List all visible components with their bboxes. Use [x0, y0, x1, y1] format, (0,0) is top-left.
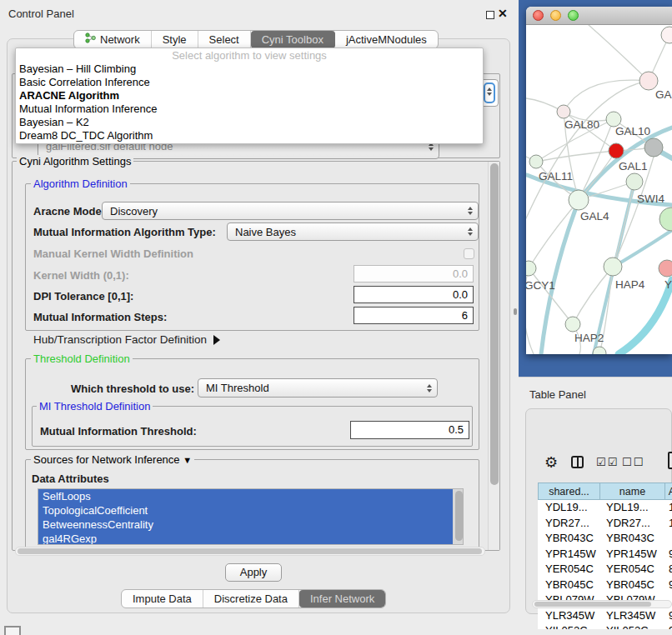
sources-group-title[interactable]: Sources for Network Inference ▼ — [31, 453, 194, 466]
tab-cyni-toolbox[interactable]: Cyni Toolbox — [251, 31, 335, 48]
network-edge[interactable] — [529, 201, 579, 268]
close-icon[interactable]: ✕ — [498, 7, 508, 20]
table-row[interactable]: YPR145WYPR145W9. — [538, 547, 672, 562]
table-cell[interactable]: YIL052C — [599, 623, 664, 629]
table-cell[interactable]: YDR27... — [599, 516, 664, 532]
algorithm-option-mutual-information-inference[interactable]: Mutual Information Inference — [16, 102, 483, 116]
document-icon[interactable] — [668, 452, 672, 469]
table-cell[interactable]: 8. — [664, 562, 672, 578]
table-cell[interactable]: 9 — [664, 623, 672, 629]
tab-infer-network[interactable]: Infer Network — [299, 590, 385, 608]
attributes-scrollbar-track[interactable] — [453, 489, 463, 544]
table-row[interactable]: YBR043CYBR043C — [538, 531, 672, 547]
split-view-icon[interactable] — [571, 456, 584, 468]
network-edge[interactable] — [579, 119, 614, 200]
data-attribute-item[interactable]: gal4RGexp — [38, 532, 463, 545]
table-cell[interactable]: YDL19... — [599, 500, 664, 516]
network-node-gcy1[interactable] — [526, 261, 536, 276]
network-window-titlebar[interactable] — [526, 7, 672, 25]
table-cell[interactable]: YLR345W — [538, 608, 599, 624]
manual-kernel-width-checkbox[interactable] — [464, 248, 474, 259]
kernel-width-input[interactable]: 0.0 — [354, 265, 474, 282]
tab-impute-data[interactable]: Impute Data — [122, 590, 203, 608]
aracne-mode-combo[interactable]: Discovery — [102, 202, 479, 220]
unselect-checkboxes-icon[interactable]: ☐☐ — [622, 456, 644, 468]
column-header-a[interactable]: A — [664, 482, 672, 500]
data-attribute-item[interactable]: TopologicalCoefficient — [38, 503, 463, 518]
table-cell[interactable]: YPR145W — [599, 547, 664, 562]
mi-algorithm-type-combo[interactable]: Naive Bayes — [227, 222, 479, 241]
network-edge[interactable] — [619, 280, 672, 354]
network-node-gal80[interactable] — [557, 105, 570, 118]
docked-panel-icon[interactable] — [4, 626, 21, 635]
algorithm-option-aracne-algorithm[interactable]: ARACNE Algorithm — [16, 89, 483, 102]
algorithm-option-dream8-dc-tdc-algorithm[interactable]: Dream8 DC_TDC Algorithm — [16, 129, 483, 142]
tab-network[interactable]: Network — [74, 31, 152, 48]
network-node[interactable] — [644, 138, 663, 157]
table-cell[interactable]: YDL19... — [538, 500, 599, 516]
algorithm-option-bayesian-hill-climbing[interactable]: Bayesian – Hill Climbing — [16, 62, 483, 76]
network-edge[interactable] — [536, 151, 616, 162]
table-cell[interactable]: YDR27... — [538, 516, 599, 532]
network-node-hap2[interactable] — [565, 317, 580, 332]
apply-button[interactable]: Apply — [225, 563, 282, 582]
table-cell[interactable]: 13 — [664, 500, 672, 516]
select-checkboxes-icon[interactable]: ☑☑ — [596, 456, 619, 468]
tab-discretize-data[interactable]: Discretize Data — [203, 590, 299, 608]
algorithm-option-bayesian-k2[interactable]: Bayesian – K2 — [16, 116, 483, 129]
table-row[interactable]: YBR045CYBR045C9. — [538, 578, 672, 593]
table-cell[interactable]: 9. — [664, 547, 672, 562]
data-attribute-item[interactable]: SelfLoops — [38, 489, 463, 503]
network-node-gal11[interactable] — [529, 155, 543, 168]
network-node-gal7[interactable] — [639, 72, 658, 90]
network-node-gal4[interactable] — [569, 190, 589, 210]
tab-jactivemnodules[interactable]: jActiveMNodules — [335, 31, 438, 48]
settings-hscrollbar-track[interactable] — [15, 547, 485, 556]
float-panel-icon[interactable] — [486, 11, 494, 19]
settings-scrollbar-thumb[interactable] — [490, 163, 499, 485]
data-attribute-item[interactable]: BetweennessCentrality — [38, 518, 463, 532]
dpi-tolerance-input[interactable]: 0.0 — [354, 286, 474, 303]
network-canvas[interactable]: GAL7GAL80GAL10GAL1GAL11SWI4GAL4HAP4YGCY1… — [526, 25, 672, 354]
table-row[interactable]: YLR345WYLR345W9. — [538, 608, 672, 624]
table-row[interactable]: YER054CYER054C8. — [538, 562, 672, 578]
algorithm-option-basic-correlation-inference[interactable]: Basic Correlation Inference — [16, 76, 483, 89]
table-cell[interactable]: YBR045C — [599, 578, 664, 593]
tab-select[interactable]: Select — [198, 31, 251, 48]
table-cell[interactable]: YIL052C — [538, 623, 599, 629]
mi-steps-input[interactable]: 6 — [354, 307, 474, 324]
hub-definition-expander[interactable]: Hub/Transcription Factor Definition — [33, 333, 220, 346]
network-node[interactable] — [659, 208, 672, 231]
network-node-y[interactable] — [659, 260, 672, 277]
network-edge[interactable] — [589, 25, 649, 81]
table-cell[interactable]: 12 — [664, 516, 672, 532]
settings-scrollbar-track[interactable] — [488, 162, 499, 550]
which-threshold-combo[interactable]: MI Threshold — [198, 378, 438, 398]
table-cell[interactable]: YER054C — [538, 562, 599, 578]
table-cell[interactable]: YBR045C — [538, 578, 599, 593]
table-cell[interactable]: YPR145W — [538, 547, 599, 562]
table-cell[interactable]: YBR043C — [599, 531, 664, 547]
settings-gear-icon[interactable]: ⚙ — [544, 453, 558, 472]
table-hscrollbar-thumb[interactable] — [534, 602, 651, 607]
network-node-gal1[interactable] — [609, 143, 624, 158]
table-hscrollbar-track[interactable] — [532, 600, 672, 608]
window-close-button[interactable] — [533, 10, 544, 21]
network-edge[interactable] — [529, 268, 573, 324]
table-cell[interactable]: YER054C — [599, 562, 664, 578]
network-node-swi4[interactable] — [626, 173, 643, 190]
network-node-hap4[interactable] — [604, 258, 622, 276]
window-minimize-button[interactable] — [550, 10, 561, 21]
attributes-scrollbar-thumb[interactable] — [455, 491, 463, 541]
table-row[interactable]: YDL19...YDL19...13 — [538, 500, 672, 516]
table-row[interactable]: YIL052CYIL052C9 — [538, 623, 672, 629]
column-header-name[interactable]: name — [599, 482, 664, 500]
column-header-shared[interactable]: shared... — [538, 482, 599, 500]
table-cell[interactable]: YBR043C — [538, 531, 599, 547]
table-row[interactable]: YDR27...YDR27...12 — [538, 516, 672, 532]
window-zoom-button[interactable] — [568, 10, 579, 21]
network-node[interactable] — [661, 27, 672, 43]
table-cell[interactable]: 9. — [664, 578, 672, 593]
table-cell[interactable]: YLR345W — [599, 608, 664, 624]
panel-splitter-handle[interactable] — [514, 308, 517, 315]
